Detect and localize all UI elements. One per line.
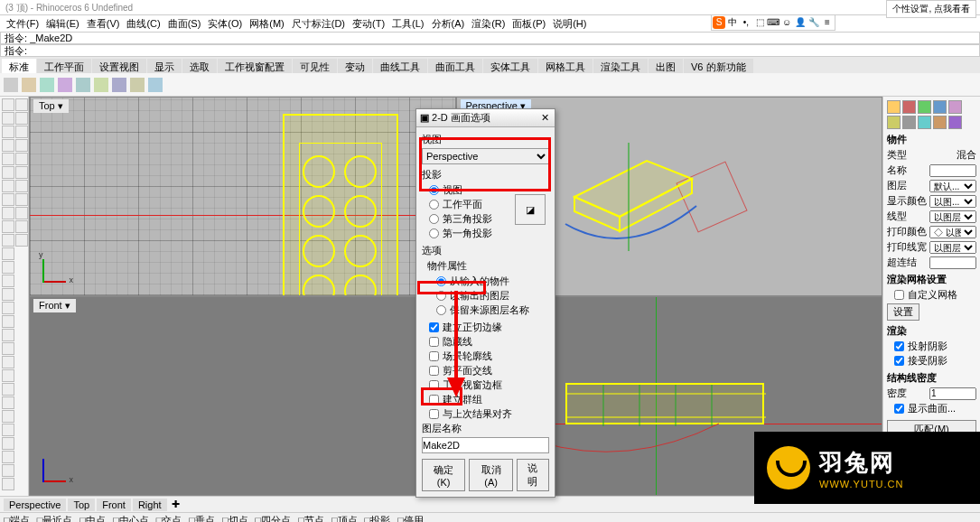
align-prev-check[interactable]: 与上次结果对齐: [422, 407, 549, 421]
scene-silhouette-check[interactable]: 场景轮廓线: [422, 350, 549, 363]
tool-icon[interactable]: [15, 112, 28, 125]
add-tab-icon[interactable]: ✚: [169, 499, 180, 510]
tool-icon[interactable]: [2, 437, 14, 450]
tool-icon[interactable]: [2, 275, 14, 287]
menu-file[interactable]: 文件(F): [4, 17, 42, 31]
snap-proj[interactable]: □投影: [365, 514, 391, 522]
tool-icon[interactable]: [15, 153, 28, 165]
proj-cplane-radio[interactable]: 工作平面: [422, 198, 515, 211]
layer-name-input[interactable]: [422, 437, 549, 453]
undo-icon[interactable]: [130, 78, 145, 92]
tab-setview[interactable]: 设置视图: [92, 59, 146, 73]
menu-curve[interactable]: 曲线(C): [124, 17, 163, 31]
menu-transform[interactable]: 变动(T): [350, 17, 387, 31]
tangent-edges-check[interactable]: 建立正切边缘: [422, 321, 549, 334]
ime-menu-icon[interactable]: ≡: [821, 16, 834, 29]
copy-icon[interactable]: [94, 78, 108, 92]
tool-icon[interactable]: [2, 220, 14, 233]
panel-tab-icon[interactable]: [902, 116, 916, 129]
menu-solid[interactable]: 实体(O): [205, 17, 245, 31]
ime-user-icon[interactable]: 👤: [794, 16, 807, 29]
menu-analyze[interactable]: 分析(A): [429, 17, 468, 31]
panel-tab-icon[interactable]: [887, 100, 901, 114]
cancel-button[interactable]: 取消(A): [469, 459, 512, 491]
view-select[interactable]: Perspective: [422, 148, 549, 164]
vtab-top[interactable]: Top: [68, 499, 95, 511]
recv-shadow-check[interactable]: 接受阴影: [887, 354, 976, 368]
tab-meshtools[interactable]: 网格工具: [538, 59, 593, 73]
tool-icon[interactable]: [2, 424, 14, 436]
vtab-right[interactable]: Right: [133, 499, 167, 511]
tab-rendertools[interactable]: 渲染工具: [593, 59, 648, 73]
tool-icon[interactable]: [15, 126, 28, 138]
snap-perp[interactable]: □垂点: [189, 514, 215, 522]
vtab-perspective[interactable]: Perspective: [4, 499, 66, 511]
tool-icon[interactable]: [2, 478, 14, 490]
menu-surface[interactable]: 曲面(S): [165, 17, 204, 31]
cut-icon[interactable]: [76, 78, 90, 92]
menu-edit[interactable]: 编辑(E): [43, 17, 82, 31]
objattr-keep-radio[interactable]: 保留来源图层名称: [422, 303, 549, 317]
menu-help[interactable]: 说明(H): [550, 17, 589, 31]
tool-icon[interactable]: [2, 126, 14, 138]
menu-tools[interactable]: 工具(L): [389, 17, 426, 31]
panel-tab-icon[interactable]: [948, 116, 962, 129]
tool-icon[interactable]: [15, 98, 28, 111]
tab-visibility[interactable]: 可见性: [293, 59, 337, 73]
tab-standard[interactable]: 标准: [2, 59, 36, 73]
menu-dim[interactable]: 尺寸标注(D): [289, 17, 348, 31]
selected-object-persp[interactable]: [556, 143, 701, 251]
viewport-border-check[interactable]: 工作视窗边框: [422, 378, 549, 392]
tool-icon[interactable]: [2, 193, 14, 206]
tab-crvtools[interactable]: 曲线工具: [373, 59, 427, 73]
snap-tan[interactable]: □切点: [222, 514, 248, 522]
tool-icon[interactable]: [2, 302, 14, 314]
save-icon[interactable]: [40, 78, 54, 92]
tool-icon[interactable]: [2, 369, 14, 382]
tab-display[interactable]: 显示: [147, 59, 182, 73]
objattr-output-radio[interactable]: 以输出的图层: [422, 289, 549, 303]
tool-icon[interactable]: [2, 356, 14, 368]
ime-width[interactable]: ⬚: [753, 16, 766, 29]
tab-drafting[interactable]: 出图: [649, 59, 683, 73]
proj-first-radio[interactable]: 第一角投影: [422, 227, 549, 240]
tool-icon[interactable]: [15, 234, 28, 247]
tool-icon[interactable]: [2, 180, 14, 192]
hidden-lines-check[interactable]: 隐藏线: [422, 335, 549, 349]
tab-select[interactable]: 选取: [182, 59, 217, 73]
custom-mesh-check[interactable]: 自定义网格: [887, 288, 976, 302]
menu-mesh[interactable]: 网格(M): [247, 17, 287, 31]
command-input-row[interactable]: 指令:: [0, 44, 980, 57]
tab-cplane[interactable]: 工作平面: [37, 59, 91, 73]
iso-density-input[interactable]: [929, 387, 976, 400]
tool-icon[interactable]: [2, 329, 14, 341]
snap-near[interactable]: □最近点: [37, 514, 73, 522]
printwidth-select[interactable]: 以图层: [929, 241, 976, 254]
tool-icon[interactable]: [2, 112, 14, 125]
selected-object-top[interactable]: [283, 114, 398, 295]
tool-icon[interactable]: [2, 464, 14, 477]
hyperlink-input[interactable]: [929, 256, 976, 269]
panel-tab-icon[interactable]: [918, 116, 931, 129]
tool-icon[interactable]: [2, 288, 14, 301]
menu-panels[interactable]: 面板(P): [509, 17, 548, 31]
ime-kb-icon[interactable]: ⌨: [767, 16, 779, 29]
ime-punct[interactable]: •,: [740, 16, 752, 29]
snap-quad[interactable]: □四分点: [256, 514, 292, 522]
tool-icon[interactable]: [2, 342, 14, 355]
tab-srftools[interactable]: 曲面工具: [428, 59, 482, 73]
panel-tab-icon[interactable]: [887, 116, 901, 129]
printcolor-select[interactable]: ◇ 以图...: [929, 226, 976, 238]
tool-icon[interactable]: [2, 153, 14, 165]
tool-icon[interactable]: [2, 98, 14, 111]
new-icon[interactable]: [4, 78, 18, 92]
print-icon[interactable]: [58, 78, 72, 92]
group-check[interactable]: 建立群组: [422, 393, 549, 406]
linetype-select[interactable]: 以图层: [929, 210, 976, 223]
tool-icon[interactable]: [2, 383, 14, 396]
tool-icon[interactable]: [2, 396, 14, 409]
objattr-input-radio[interactable]: 从输入的物件: [422, 275, 549, 288]
tool-icon[interactable]: [15, 139, 28, 152]
close-icon[interactable]: ✕: [538, 112, 551, 125]
viewport-top[interactable]: Top ▾: [30, 98, 455, 295]
